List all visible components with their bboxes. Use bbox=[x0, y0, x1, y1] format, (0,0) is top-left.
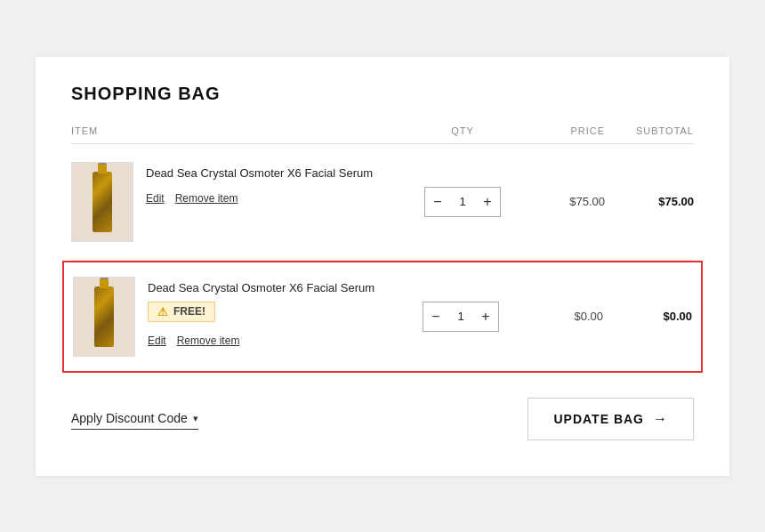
qty-increase-1[interactable]: + bbox=[475, 187, 500, 217]
item-name-2: Dead Sea Crystal Osmoter X6 Facial Serum bbox=[148, 280, 374, 296]
edit-button-1[interactable]: Edit bbox=[146, 192, 165, 205]
update-bag-button[interactable]: UPDATE BAG → bbox=[527, 398, 694, 440]
remove-button-1[interactable]: Remove item bbox=[175, 192, 238, 205]
free-label: FREE! bbox=[173, 305, 205, 318]
discount-section: Apply Discount Code ▾ bbox=[71, 407, 198, 430]
qty-increase-2[interactable]: + bbox=[473, 302, 498, 332]
bottle-icon-2 bbox=[94, 286, 114, 347]
chevron-down-icon: ▾ bbox=[193, 413, 198, 424]
item-cell-1: Dead Sea Crystal Osmoter X6 Facial Serum… bbox=[71, 162, 409, 242]
cart-items-list: Dead Sea Crystal Osmoter X6 Facial Serum… bbox=[71, 144, 694, 373]
qty-cell-1: − 1 + bbox=[409, 187, 516, 217]
arrow-right-icon: → bbox=[653, 411, 668, 427]
qty-decrease-2[interactable]: − bbox=[423, 302, 448, 332]
item-image-1 bbox=[71, 162, 133, 242]
col-header-qty: QTY bbox=[409, 125, 516, 136]
table-header: ITEM QTY PRICE SUBTOTAL bbox=[71, 125, 694, 144]
discount-label: Apply Discount Code bbox=[71, 411, 188, 425]
shopping-bag-card: SHOPPING BAG ITEM QTY PRICE SUBTOTAL Dea… bbox=[36, 57, 729, 476]
col-header-item: ITEM bbox=[71, 125, 409, 136]
item-name-1: Dead Sea Crystal Osmoter X6 Facial Serum bbox=[146, 165, 373, 181]
item-info-1: Dead Sea Crystal Osmoter X6 Facial Serum… bbox=[146, 162, 373, 205]
item-actions-2: Edit Remove item bbox=[148, 335, 374, 347]
page-title: SHOPPING BAG bbox=[71, 84, 694, 104]
cart-item-2: Dead Sea Crystal Osmoter X6 Facial Serum… bbox=[62, 261, 703, 373]
qty-cell-2: − 1 + bbox=[407, 302, 514, 332]
item-info-2: Dead Sea Crystal Osmoter X6 Facial Serum… bbox=[148, 277, 374, 347]
remove-button-2[interactable]: Remove item bbox=[177, 335, 240, 347]
col-header-price: PRICE bbox=[516, 125, 605, 136]
cart-footer: Apply Discount Code ▾ UPDATE BAG → bbox=[71, 398, 694, 440]
price-cell-2: $0.00 bbox=[514, 310, 603, 323]
qty-value-2: 1 bbox=[448, 310, 473, 323]
item-cell-2: Dead Sea Crystal Osmoter X6 Facial Serum… bbox=[73, 277, 407, 357]
item-image-2 bbox=[73, 277, 135, 357]
update-bag-label: UPDATE BAG bbox=[553, 412, 644, 426]
free-badge: ⚠ FREE! bbox=[148, 302, 215, 322]
qty-value-1: 1 bbox=[450, 195, 475, 208]
qty-stepper-1: − 1 + bbox=[424, 187, 501, 217]
qty-decrease-1[interactable]: − bbox=[425, 187, 450, 217]
warning-icon: ⚠ bbox=[157, 305, 168, 318]
qty-stepper-2: − 1 + bbox=[423, 302, 499, 332]
discount-toggle-button[interactable]: Apply Discount Code ▾ bbox=[71, 411, 198, 430]
edit-button-2[interactable]: Edit bbox=[148, 335, 166, 347]
price-cell-1: $75.00 bbox=[516, 195, 605, 208]
cart-item-1: Dead Sea Crystal Osmoter X6 Facial Serum… bbox=[71, 144, 694, 261]
item-actions-1: Edit Remove item bbox=[146, 192, 373, 205]
subtotal-cell-2: $0.00 bbox=[603, 310, 692, 323]
bottle-icon-1 bbox=[93, 172, 112, 232]
subtotal-cell-1: $75.00 bbox=[605, 195, 694, 208]
col-header-subtotal: SUBTOTAL bbox=[605, 125, 694, 136]
